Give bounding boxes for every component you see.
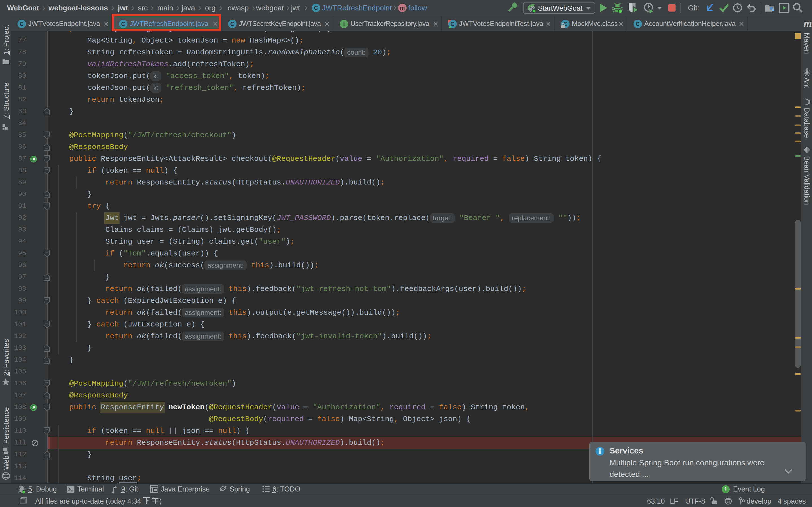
svg-text:7: Structure: 7: Structure [2, 82, 10, 119]
svg-text:Database: Database [803, 108, 811, 138]
svg-text:C: C [636, 21, 640, 27]
svg-text:m: m [400, 5, 405, 11]
svg-text:C: C [20, 21, 24, 27]
svg-text:1: 1 [724, 486, 727, 492]
svg-text:C: C [231, 21, 234, 27]
svg-text:Bean Validation: Bean Validation [803, 156, 811, 205]
svg-text:Ant: Ant [803, 77, 811, 88]
svg-text:C: C [451, 21, 455, 27]
svg-text:Maven: Maven [803, 33, 811, 54]
svg-text:I: I [343, 21, 345, 27]
svg-text:Web: Web [2, 455, 10, 470]
svg-text:C: C [314, 5, 318, 11]
